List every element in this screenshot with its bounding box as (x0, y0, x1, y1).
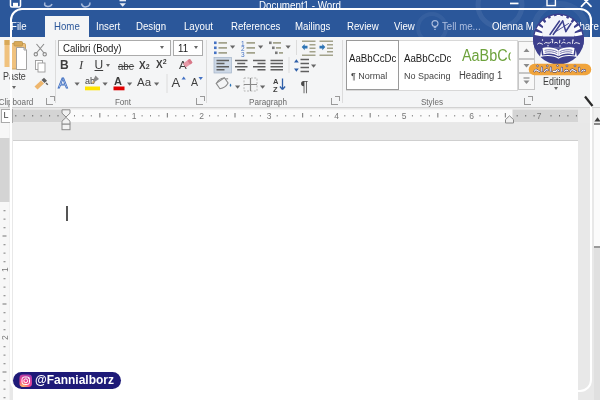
svg-text:2: 2 (199, 111, 204, 121)
svg-text:4: 4 (334, 111, 339, 121)
svg-text:A: A (191, 76, 198, 88)
svg-text:7: 7 (537, 111, 542, 121)
svg-text:A: A (114, 75, 122, 87)
svg-text:1: 1 (132, 111, 137, 121)
svg-text:2: 2 (0, 335, 10, 340)
svg-text:5: 5 (402, 111, 407, 121)
svg-text:6: 6 (469, 111, 474, 121)
svg-text:¶: ¶ (301, 78, 309, 94)
svg-text:3: 3 (241, 51, 245, 58)
svg-text:Aa: Aa (137, 76, 152, 88)
svg-text:A: A (172, 75, 181, 90)
svg-text:3: 3 (267, 111, 272, 121)
svg-text:Z: Z (273, 85, 278, 94)
svg-text:1: 1 (0, 267, 10, 272)
svg-text:A: A (58, 75, 68, 91)
